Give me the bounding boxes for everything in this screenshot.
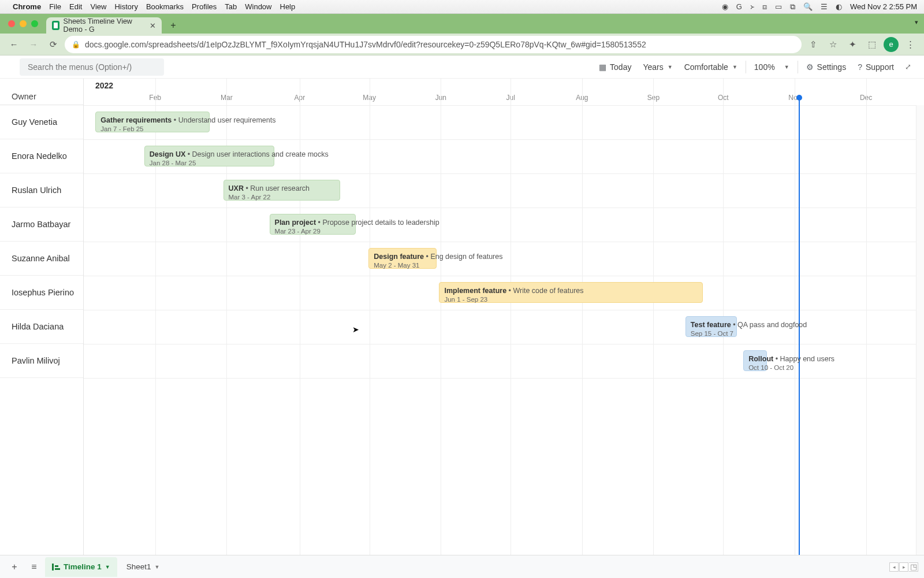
task-title: UXR [229,184,244,192]
task-desc: • Happy end users [773,355,834,363]
timeline-icon [52,564,60,570]
reload-button[interactable]: ⟳ [45,36,61,53]
scroll-right-button[interactable]: ▸ [899,562,908,572]
window-minimize-button[interactable] [20,20,27,27]
url-text: docs.google.com/spreadsheets/d/1eIpOzJzB… [85,40,646,49]
chevron-down-icon[interactable]: ▼ [155,564,160,570]
timeline-task[interactable]: Rollout • Happy end usersOct 10 - Oct 20 [743,350,767,371]
expand-button[interactable]: ⤢ [900,62,916,71]
settings-label: Settings [817,62,847,72]
forward-button[interactable]: → [25,36,42,53]
task-title: Plan project [275,218,316,227]
calendar-icon: ▦ [599,62,606,72]
sheet-tab-sheet1[interactable]: Sheet1 ▼ [120,557,167,577]
owner-row: Jarmo Batbayar [0,208,83,242]
owner-row: Suzanne Anibal [0,242,83,276]
grid-row-line [84,139,924,140]
settings-button[interactable]: ⚙ Settings [800,58,852,76]
search-placeholder: Search the menus (Option+/) [28,62,132,72]
timeline-task[interactable]: Implement feature • Write code of featur… [439,282,703,303]
share-icon[interactable]: ⇧ [805,36,821,53]
chrome-tab-strip: Sheets Timeline View Demo - G ✕ + ▾ [0,14,924,34]
mac-menu-tab[interactable]: Tab [225,2,237,11]
chevron-down-icon[interactable]: ▼ [105,564,110,570]
task-desc: • Design user interactions and create mo… [185,150,329,158]
profile-avatar[interactable]: e [884,37,899,52]
timeline-task[interactable]: Plan project • Propose project details t… [270,214,356,235]
window-close-button[interactable] [8,20,15,27]
status-icon-globe[interactable]: ◉ [722,2,728,11]
bookmark-icon[interactable]: ☆ [825,36,841,53]
sheet-tab-timeline[interactable]: Timeline 1 ▼ [45,557,117,577]
window-controls [6,14,43,34]
task-desc: • Eng design of features [424,253,502,261]
new-tab-button[interactable]: + [166,18,180,32]
mac-menu-bookmarks[interactable]: Bookmarks [146,2,184,11]
owner-row: Guy Venetia [0,105,83,139]
support-button[interactable]: ? Support [852,58,900,76]
owner-row: Iosephus Pierino [0,276,83,310]
cursor-icon: ➤ [352,325,359,334]
window-zoom-button[interactable] [31,20,38,27]
mac-menu-profiles[interactable]: Profiles [192,2,217,11]
menu-search-input[interactable]: Search the menus (Option+/) [20,58,164,76]
task-dates: Mar 3 - Apr 22 [229,194,335,201]
browser-tab[interactable]: Sheets Timeline View Demo - G ✕ [46,17,162,34]
mac-menu-help[interactable]: Help [280,2,296,11]
status-icon-search[interactable]: 🔍 [803,2,813,11]
zoom-dropdown[interactable]: 100% ▼ [748,58,795,76]
all-sheets-button[interactable]: ≡ [25,558,43,576]
chrome-menu-icon[interactable]: ⋮ [902,36,918,53]
vertical-scrollbar[interactable] [916,105,924,555]
task-dates: Sep 15 - Oct 7 [691,330,732,337]
owner-row: Ruslan Ulrich [0,173,83,208]
timescale-dropdown[interactable]: Years ▼ [637,58,678,76]
mac-menu-edit[interactable]: Edit [69,2,82,11]
task-dates: Jan 28 - Mar 25 [150,160,270,166]
status-icon-control[interactable]: ☰ [821,2,828,11]
timeline-task[interactable]: Gather requirements • Understand user re… [95,112,210,132]
extensions-icon[interactable]: ✦ [844,36,860,53]
status-icon-google[interactable]: G [736,2,742,11]
timeline-task[interactable]: UXR • Run user researchMar 3 - Apr 22 [223,180,340,201]
back-button[interactable]: ← [6,36,22,53]
timeline-task[interactable]: Test feature • QA pass and dogfoodSep 15… [685,316,737,337]
horizontal-scroll-controls: ◂ ▸ ◳ [889,562,918,572]
status-icon-siri[interactable]: ◐ [836,2,842,11]
chevron-down-icon: ▼ [784,64,789,70]
explore-button[interactable]: ◳ [909,562,918,572]
separator [798,61,798,73]
grid-row-line [84,344,924,344]
separator [746,61,746,73]
density-dropdown[interactable]: Comfortable ▼ [679,58,743,76]
zoom-label: 100% [754,62,775,72]
tab-close-icon[interactable]: ✕ [150,21,156,30]
mac-clock[interactable]: Wed Nov 2 2:55 PM [850,2,917,11]
grid-row-line [84,208,924,208]
timeline-task[interactable]: Design feature • Eng design of featuresM… [368,248,437,269]
timeline-grid[interactable]: 2022 FebMarAprMayJunJulAugSepOctNovDec G… [84,79,924,555]
mac-menu-window[interactable]: Window [245,2,271,11]
timeline-view: Owner Guy VenetiaEnora NedelkoRuslan Ulr… [0,79,924,555]
mac-app-name[interactable]: Chrome [13,2,41,11]
mac-menu-view[interactable]: View [90,2,106,11]
mac-menu-history[interactable]: History [114,2,137,11]
tabs-dropdown-icon[interactable]: ▾ [915,18,918,26]
incognito-icon[interactable]: ⬚ [864,36,880,53]
today-button[interactable]: ▦ Today [593,58,637,76]
mac-menu-file[interactable]: File [49,2,61,11]
grid-row-line [84,105,924,106]
status-icon-wifi[interactable]: ⧉ [790,2,795,12]
scroll-left-button[interactable]: ◂ [889,562,899,572]
status-icon-battery[interactable]: ▭ [775,2,782,11]
grid-row-line [84,276,924,276]
task-dates: May 2 - May 31 [374,262,431,269]
status-icon-bluetooth[interactable]: ᚛ [750,2,754,11]
task-desc: • Propose project details to leadership [316,218,439,227]
address-bar[interactable]: 🔒 docs.google.com/spreadsheets/d/1eIpOzJ… [65,36,802,53]
task-dates: Jan 7 - Feb 25 [100,125,204,132]
add-sheet-button[interactable]: + [6,558,23,576]
status-icon-dropbox[interactable]: ⧈ [762,2,767,12]
timeline-task[interactable]: Design UX • Design user interactions and… [144,146,275,166]
owner-row: Pavlin Milivoj [0,344,83,378]
